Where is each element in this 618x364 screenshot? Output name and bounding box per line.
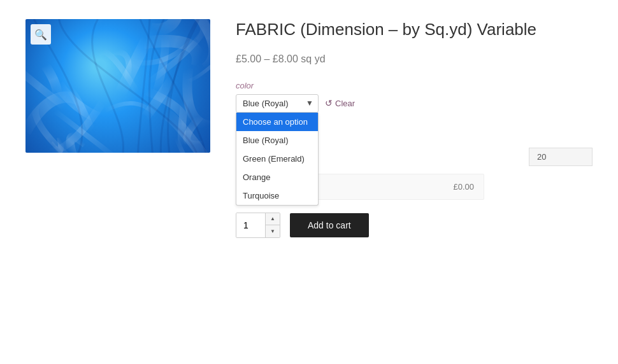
color-select[interactable]: Blue (Royal) <box>236 94 319 113</box>
dropdown-item-green[interactable]: Green (Emerald) <box>236 150 318 168</box>
color-dropdown-list: Choose an option Blue (Royal) Green (Eme… <box>236 113 319 206</box>
product-title: FABRIC (Dimension – by Sq.yd) Variable <box>236 19 593 41</box>
dropdown-item-orange[interactable]: Orange <box>236 168 318 186</box>
product-page: 🔍 FABRIC (Dimension – by Sq.yd) Variable… <box>0 0 618 364</box>
clear-button[interactable]: ↺ Clear <box>325 98 355 108</box>
quantity-wrapper: ▲ ▼ <box>236 213 280 238</box>
product-details: FABRIC (Dimension – by Sq.yd) Variable £… <box>236 19 593 238</box>
total-price-value: £0.00 <box>453 182 474 192</box>
select-row: Blue (Royal) ▼ Choose an option Blue (Ro… <box>236 94 593 113</box>
dropdown-item-turquoise[interactable]: Turquoise <box>236 186 318 205</box>
zoom-button[interactable]: 🔍 <box>31 24 51 45</box>
dropdown-item-choose[interactable]: Choose an option <box>236 113 318 131</box>
quantity-decrement[interactable]: ▼ <box>266 225 280 237</box>
product-image <box>25 19 210 153</box>
product-price: £5.00 – £8.00 sq yd <box>236 53 593 65</box>
clear-label: Clear <box>335 99 355 108</box>
color-select-wrapper: Blue (Royal) ▼ Choose an option Blue (Ro… <box>236 94 319 113</box>
dimension-value: 20 <box>537 152 546 162</box>
refresh-icon: ↺ <box>325 98 333 108</box>
dropdown-item-blue[interactable]: Blue (Royal) <box>236 131 318 150</box>
color-label: color <box>236 81 593 90</box>
quantity-spinners: ▲ ▼ <box>265 213 280 237</box>
quantity-input[interactable] <box>236 213 265 237</box>
dimension-value-box: 20 <box>529 148 593 166</box>
quantity-increment[interactable]: ▲ <box>266 213 280 225</box>
add-to-cart-row: ▲ ▼ Add to cart <box>236 213 593 238</box>
color-variation-row: color Blue (Royal) ▼ Choose an option Bl… <box>236 81 593 113</box>
add-to-cart-button[interactable]: Add to cart <box>290 213 369 237</box>
product-image-section: 🔍 <box>25 19 210 153</box>
zoom-icon: 🔍 <box>34 29 47 41</box>
